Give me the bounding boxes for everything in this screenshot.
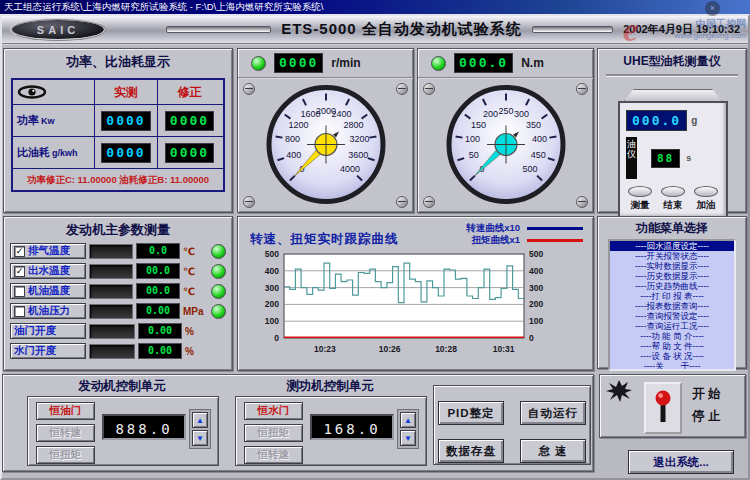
sfc-corrected-display: 0000 xyxy=(165,143,214,163)
start-stop-panel: 开 始 停 止 xyxy=(599,374,746,438)
uhe-timer-display: 88 xyxy=(651,149,680,168)
torque-gauge-panel: 000.0 N.m 050100150200250300350400450500 xyxy=(417,48,594,213)
chart-legend: 转速曲线x10扭矩曲线x1 xyxy=(466,222,583,246)
uhe-title: UHE型油耗测量仪 xyxy=(598,49,746,70)
action-button[interactable]: 怠 速 xyxy=(520,439,586,463)
torque-led-indicator xyxy=(431,56,446,71)
spin-up-button[interactable]: ▲ xyxy=(192,412,208,428)
param-label-button[interactable]: ✓排气温度 xyxy=(10,243,86,259)
menu-item[interactable]: ----设 备 状 况---- xyxy=(610,351,734,361)
tracking-chart: 0010010020020030030040040050050010:2310:… xyxy=(240,248,589,361)
param-label-button[interactable]: 油门开度 xyxy=(10,323,86,339)
menu-item[interactable]: ----回水温度设定---- xyxy=(610,241,734,251)
param-bar xyxy=(89,244,133,259)
svg-text:300: 300 xyxy=(529,283,543,293)
svg-text:10:31: 10:31 xyxy=(493,344,515,354)
datetime-display: 2002年4月9日 19:10:32 xyxy=(623,22,740,37)
param-label-button[interactable]: ✓出水温度 xyxy=(10,263,86,279)
window-title: 天工组态运行系统\上海内燃研究所试验系统 - F:\D\上海内燃研究所实验系统\ xyxy=(4,1,323,12)
menu-item[interactable]: ----实时数据显示---- xyxy=(610,261,734,271)
engine-params-title: 发动机主参数测量 xyxy=(4,217,232,239)
svg-text:300: 300 xyxy=(265,283,279,293)
mode-button[interactable]: 恒扭矩 xyxy=(36,446,95,464)
param-checkbox[interactable]: ✓ xyxy=(14,266,25,277)
exit-system-button[interactable]: 退出系统... xyxy=(628,450,734,474)
param-label-button[interactable]: 机油温度 xyxy=(10,283,86,299)
action-button[interactable]: 数据存盘 xyxy=(438,439,504,463)
param-label-button[interactable]: 机油压力 xyxy=(10,303,86,319)
menu-item[interactable]: ----关 于---- xyxy=(610,361,734,371)
menu-item[interactable]: ----报表数据查询---- xyxy=(610,301,734,311)
spin-down-button[interactable]: ▼ xyxy=(192,430,208,446)
menu-item[interactable]: ----功 能 简 介---- xyxy=(610,331,734,341)
uhe-grams-display: 000.0 xyxy=(626,110,687,131)
burst-icon xyxy=(606,380,632,402)
svg-text:10:23: 10:23 xyxy=(314,344,336,354)
engine-param-rows: ✓排气温度0.0℃✓出水温度00.0℃机油温度00.0℃机油压力0.00MPa油… xyxy=(4,243,232,359)
param-value-display: 0.00 xyxy=(138,323,182,339)
sfc-row-label: 比油耗 g/kwh xyxy=(13,137,95,168)
svg-text:0: 0 xyxy=(529,333,534,343)
uhe-device-face: 000.0 g 油仪 88 s 测量结束加油 xyxy=(618,101,728,219)
uhe-device: 000.0 g 油仪 88 s 测量结束加油 xyxy=(618,89,728,219)
uhe-button[interactable]: 加油 xyxy=(694,186,718,212)
action-button[interactable]: 自动运行 xyxy=(520,401,586,425)
mode-button[interactable]: 恒转速 xyxy=(244,446,303,464)
svg-text:300: 300 xyxy=(513,109,528,119)
svg-text:200: 200 xyxy=(529,299,543,309)
svg-text:450: 450 xyxy=(530,150,545,160)
uhe-button[interactable]: 测量 xyxy=(628,186,652,212)
legend-line xyxy=(527,227,583,230)
header-rule-right xyxy=(532,26,613,33)
param-bar xyxy=(89,324,135,339)
svg-text:3600: 3600 xyxy=(348,150,368,160)
engine-param-row: 机油温度00.0℃ xyxy=(10,283,226,299)
function-menu-list[interactable]: ----回水温度设定--------开关报警状态--------实时数据显示--… xyxy=(608,239,736,371)
param-checkbox[interactable] xyxy=(14,286,25,297)
param-checkbox[interactable] xyxy=(14,306,25,317)
menu-item[interactable]: ----打 印 报 表---- xyxy=(610,291,734,301)
svg-text:2400: 2400 xyxy=(331,109,351,119)
window-titlebar: 天工组态运行系统\上海内燃研究所试验系统 - F:\D\上海内燃研究所实验系统\ xyxy=(0,0,750,14)
mode-button[interactable]: 恒油门 xyxy=(36,402,95,420)
mode-button[interactable]: 恒扭矩 xyxy=(244,424,303,442)
uhe-button[interactable]: 结束 xyxy=(661,186,685,212)
speed-unit-label: r/min xyxy=(331,56,360,70)
spin-down-button[interactable]: ▼ xyxy=(400,430,416,446)
torque-dial-area: 050100150200250300350400450500 xyxy=(418,79,593,212)
menu-item[interactable]: ----查询运行工况---- xyxy=(610,321,734,331)
engine-param-row: 水门开度0.00% xyxy=(10,343,226,359)
mode-button[interactable]: 恒转速 xyxy=(36,424,95,442)
dyno-ctl-title: 测功机控制单元 xyxy=(235,378,425,395)
uhe-buttons: 测量结束加油 xyxy=(626,186,720,212)
action-button[interactable]: PID整定 xyxy=(438,401,504,425)
param-checkbox[interactable]: ✓ xyxy=(14,246,25,257)
param-value-display: 00.0 xyxy=(136,283,180,299)
svg-text:0: 0 xyxy=(274,333,279,343)
spin-up-button[interactable]: ▲ xyxy=(400,412,416,428)
app-header: SAIC ETS-5000 全自动发动机试验系统 2002年4月9日 19:10… xyxy=(2,16,748,45)
power-corrected-display: 0000 xyxy=(165,111,214,131)
engine-params-panel: 发动机主参数测量 ✓排气温度0.0℃✓出水温度00.0℃机油温度00.0℃机油压… xyxy=(3,216,233,371)
svg-text:200: 200 xyxy=(483,109,498,119)
uhe-timer-unit: s xyxy=(686,153,691,163)
param-value-display: 0.0 xyxy=(136,243,180,259)
torque-unit-label: N.m xyxy=(521,56,544,70)
start-stop-lever[interactable] xyxy=(644,382,682,434)
menu-item[interactable]: ----帮 助 文 件---- xyxy=(610,341,734,351)
mode-button[interactable]: 恒水门 xyxy=(244,402,303,420)
menu-item[interactable]: ----历史趋势曲线---- xyxy=(610,281,734,291)
param-led-indicator xyxy=(211,304,226,319)
param-led-indicator xyxy=(211,244,226,259)
saic-logo-text: SAIC xyxy=(37,24,79,36)
uhe-device-top-face xyxy=(624,89,722,101)
menu-item[interactable]: ----历史数据显示---- xyxy=(610,271,734,281)
power-measured-display: 0000 xyxy=(101,111,150,131)
param-label-button[interactable]: 水门开度 xyxy=(10,343,86,359)
menu-item[interactable]: ----开关报警状态---- xyxy=(610,251,734,261)
svg-text:250: 250 xyxy=(498,105,513,115)
svg-text:3200: 3200 xyxy=(349,134,369,144)
menu-item[interactable]: ----查询报警设定---- xyxy=(610,311,734,321)
param-bar xyxy=(89,304,133,319)
svg-text:400: 400 xyxy=(265,266,279,276)
